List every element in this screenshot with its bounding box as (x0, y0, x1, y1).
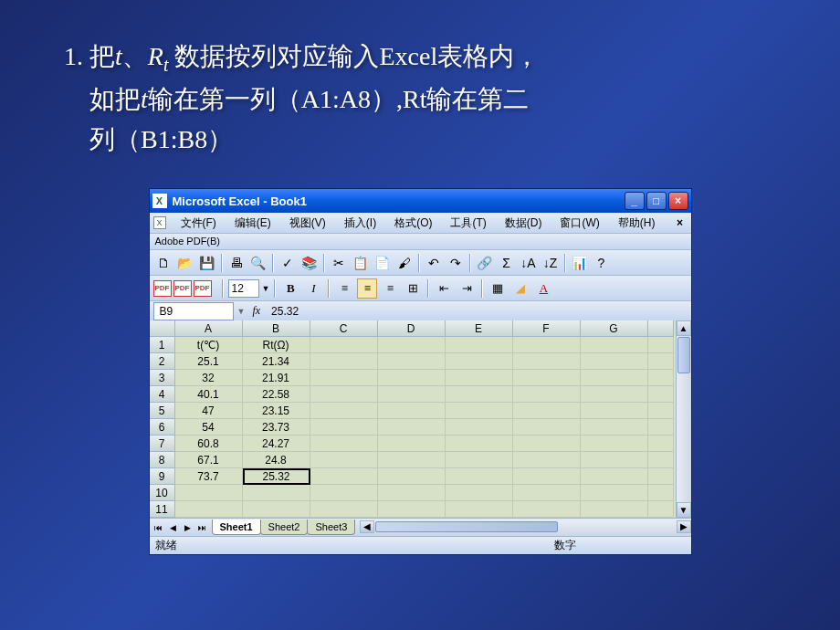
cell-d8[interactable] (378, 452, 446, 468)
menu-window[interactable]: 窗口(W) (556, 214, 603, 233)
cell-edge[interactable] (648, 403, 674, 419)
cell-e4[interactable] (446, 386, 513, 403)
cell-e10[interactable] (446, 485, 513, 501)
cell-c8[interactable] (310, 452, 378, 468)
scroll-thumb[interactable] (677, 337, 690, 373)
cell-f8[interactable] (513, 452, 581, 468)
cell-g3[interactable] (581, 370, 648, 386)
cell-b1[interactable]: Rt(Ω) (243, 337, 310, 353)
open-button[interactable]: 📂 (175, 253, 195, 273)
cut-button[interactable]: ✂ (329, 253, 349, 273)
dropdown-icon[interactable]: ▼ (237, 307, 246, 316)
row-header[interactable]: 3 (150, 370, 175, 386)
align-right-button[interactable]: ≡ (380, 278, 400, 299)
row-header[interactable]: 10 (150, 485, 175, 501)
menu-view[interactable]: 视图(V) (286, 214, 330, 233)
cell-b4[interactable]: 22.58 (243, 386, 310, 403)
tab-last-button[interactable]: ⏭ (195, 520, 210, 535)
cell-g9[interactable] (581, 468, 648, 485)
new-button[interactable]: 🗋 (153, 253, 173, 273)
copy-button[interactable]: 📋 (351, 253, 371, 273)
cell-a7[interactable]: 60.8 (175, 436, 243, 452)
menu-edit[interactable]: 编辑(E) (231, 214, 275, 233)
cell-edge[interactable] (648, 468, 674, 485)
cell-a6[interactable]: 54 (175, 419, 243, 436)
italic-button[interactable]: I (303, 278, 323, 299)
scroll-up-icon[interactable]: ▲ (677, 320, 691, 336)
cell-b7[interactable]: 24.27 (243, 436, 310, 452)
cell-d10[interactable] (378, 485, 446, 501)
cell-d3[interactable] (378, 370, 446, 386)
cell-d7[interactable] (378, 436, 446, 452)
minimize-button[interactable]: _ (625, 192, 645, 210)
sheet-tab-2[interactable]: Sheet2 (260, 520, 309, 535)
cell-e9[interactable] (446, 468, 513, 485)
tab-prev-button[interactable]: ◀ (166, 520, 181, 535)
help-button[interactable]: ? (592, 253, 612, 273)
cell-f5[interactable] (513, 403, 581, 419)
font-color-button[interactable]: A (533, 278, 553, 299)
cell-g5[interactable] (581, 403, 648, 419)
row-header[interactable]: 5 (150, 403, 175, 419)
cell-b2[interactable]: 21.34 (243, 353, 310, 370)
cell-b9[interactable]: 25.32 (243, 468, 310, 485)
cell-edge[interactable] (648, 353, 674, 370)
cell-c4[interactable] (310, 386, 378, 403)
tab-next-button[interactable]: ▶ (181, 520, 195, 535)
col-header-c[interactable]: C (310, 320, 378, 337)
cell-d5[interactable] (378, 403, 446, 419)
merge-button[interactable]: ⊞ (403, 278, 423, 299)
sort-desc-button[interactable]: ↓Z (541, 253, 561, 273)
cell-c3[interactable] (310, 370, 378, 386)
cell-b5[interactable]: 23.15 (243, 403, 310, 419)
cell-c10[interactable] (310, 485, 378, 501)
redo-button[interactable]: ↷ (446, 253, 466, 273)
cell-a5[interactable]: 47 (175, 403, 243, 419)
chart-button[interactable]: 📊 (570, 253, 590, 273)
cell-d1[interactable] (378, 337, 446, 353)
cell-b3[interactable]: 21.91 (243, 370, 310, 386)
row-header[interactable]: 6 (150, 419, 175, 436)
cell-d2[interactable] (378, 353, 446, 370)
cell-edge[interactable] (648, 370, 674, 386)
cell-e5[interactable] (446, 403, 513, 419)
row-header[interactable]: 11 (150, 501, 175, 518)
horizontal-scrollbar[interactable]: ◀ ▶ (360, 520, 690, 535)
scroll-thumb[interactable] (375, 521, 558, 532)
cell-f10[interactable] (513, 485, 581, 501)
cell-d4[interactable] (378, 386, 446, 403)
cell-a2[interactable]: 25.1 (175, 353, 243, 370)
autosum-button[interactable]: Σ (497, 253, 517, 273)
align-left-button[interactable]: ≡ (334, 278, 354, 299)
cell-f3[interactable] (513, 370, 581, 386)
row-header[interactable]: 8 (150, 452, 175, 468)
tab-first-button[interactable]: ⏮ (152, 520, 166, 535)
close-button[interactable]: × (668, 192, 688, 210)
cell-d11[interactable] (378, 501, 446, 518)
fx-button[interactable]: fx (245, 304, 268, 318)
font-size-input[interactable] (228, 279, 259, 298)
cell-f2[interactable] (513, 353, 581, 370)
row-header[interactable]: 9 (150, 468, 175, 485)
hyperlink-button[interactable]: 🔗 (475, 253, 495, 273)
cell-a3[interactable]: 32 (175, 370, 243, 386)
cell-d9[interactable] (378, 468, 446, 485)
cell-c1[interactable] (310, 337, 378, 353)
fill-color-button[interactable]: ◢ (510, 278, 530, 299)
name-box[interactable]: B9 (153, 302, 234, 320)
cell-a1[interactable]: t(℃) (175, 337, 243, 353)
borders-button[interactable]: ▦ (488, 278, 508, 299)
menu-format[interactable]: 格式(O) (391, 214, 436, 233)
cell-f1[interactable] (513, 337, 581, 353)
cell-f9[interactable] (513, 468, 581, 485)
cell-e11[interactable] (446, 501, 513, 518)
sheet-tab-3[interactable]: Sheet3 (307, 520, 355, 535)
align-center-button[interactable]: ≡ (357, 278, 377, 299)
cell-c6[interactable] (310, 419, 378, 436)
col-header-a[interactable]: A (175, 320, 243, 337)
row-header[interactable]: 4 (150, 386, 175, 403)
cell-g6[interactable] (581, 419, 648, 436)
row-header[interactable]: 1 (150, 337, 175, 353)
cell-f4[interactable] (513, 386, 581, 403)
cell-edge[interactable] (648, 386, 674, 403)
